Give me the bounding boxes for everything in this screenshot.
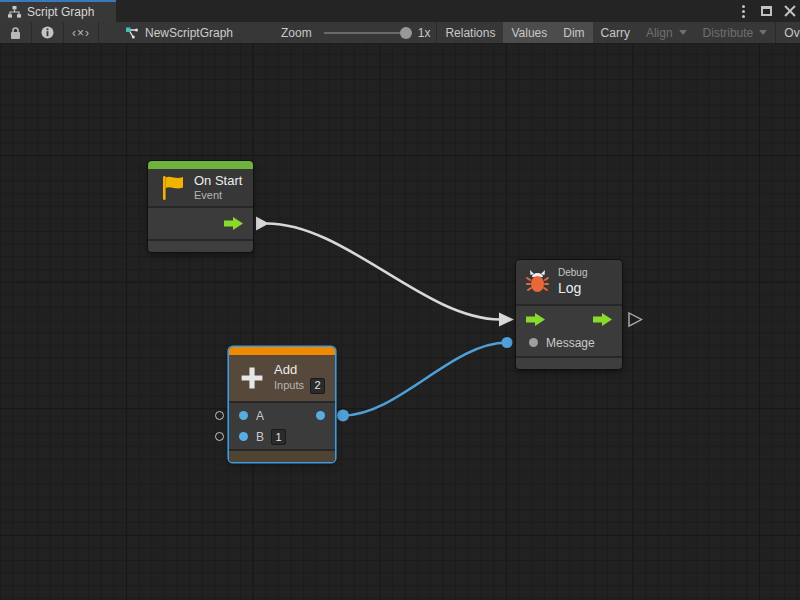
node-title: Add (274, 362, 325, 378)
node-footer (516, 358, 622, 369)
port-a-label: A (256, 409, 264, 423)
lock-button[interactable] (0, 22, 31, 44)
port-b-label: B (256, 430, 264, 444)
value-port-a[interactable] (239, 411, 248, 420)
chevron-down-icon (759, 30, 767, 35)
flow-output-port[interactable] (224, 217, 243, 230)
zoom-label: Zoom (281, 26, 312, 40)
lock-icon (9, 26, 22, 40)
wire-start-arrow-icon (256, 217, 269, 231)
event-accent-bar (148, 161, 253, 169)
graph-asset-icon (125, 26, 139, 40)
b-value-field[interactable]: 1 (271, 429, 286, 445)
dim-button[interactable]: Dim (555, 22, 592, 44)
wire-add-to-message[interactable] (343, 343, 507, 416)
tab-script-graph[interactable]: Script Graph (0, 0, 116, 22)
wires-layer (0, 44, 800, 600)
plus-icon (239, 363, 265, 393)
align-dropdown[interactable]: Align (638, 22, 695, 44)
node-title: Log (558, 280, 587, 298)
maximize-icon[interactable] (761, 6, 772, 16)
ghost-port-indicator (215, 432, 224, 441)
node-subtitle: Event (194, 189, 242, 203)
node-debug-log[interactable]: Debug Log Message (516, 260, 622, 369)
node-surtitle: Debug (558, 267, 587, 280)
node-subtitle: Inputs (274, 379, 304, 393)
wire-onstart-to-log[interactable] (267, 224, 500, 320)
info-button[interactable] (32, 22, 63, 44)
message-port-label: Message (546, 336, 595, 350)
node-title: On Start (194, 173, 242, 189)
graph-canvas[interactable]: On Start Event (0, 44, 800, 600)
flow-output-port[interactable] (593, 313, 612, 326)
value-port-sum[interactable] (316, 411, 325, 420)
script-graph-window: Script Graph ‹×› (0, 0, 800, 600)
relations-button[interactable]: Relations (437, 22, 503, 44)
close-icon[interactable] (784, 5, 796, 17)
node-on-start[interactable]: On Start Event (148, 161, 253, 252)
value-port-b[interactable] (239, 432, 248, 441)
wire-blue-end-dot (502, 337, 513, 348)
zoom-control: Zoom 1x (281, 26, 430, 40)
title-bar: Script Graph (0, 0, 800, 22)
ghost-port-indicator (215, 411, 224, 420)
script-graph-icon (8, 6, 21, 18)
chevron-down-icon (679, 30, 687, 35)
flag-icon (158, 174, 185, 202)
zoom-value: 1x (418, 26, 431, 40)
graph-asset-name: NewScriptGraph (145, 26, 233, 40)
carry-button[interactable]: Carry (593, 22, 638, 44)
distribute-dropdown[interactable]: Distribute (695, 22, 776, 44)
zoom-slider-handle[interactable] (400, 27, 412, 39)
kebab-menu-icon[interactable] (738, 3, 749, 20)
zoom-slider[interactable] (324, 32, 410, 34)
message-value-port[interactable] (529, 338, 538, 347)
flow-input-port[interactable] (526, 313, 545, 326)
bug-icon (526, 270, 549, 294)
values-button[interactable]: Values (503, 22, 555, 44)
graph-toolbar: ‹×› NewScriptGraph Zoom 1x Relations Val… (0, 22, 800, 44)
info-icon (41, 26, 54, 39)
tab-title: Script Graph (27, 5, 94, 19)
add-accent-bar (229, 347, 335, 355)
code-icon: ‹×› (72, 26, 90, 40)
overview-button[interactable]: Overview (776, 22, 800, 44)
wire-blue-start-dot (337, 410, 349, 422)
wire-end-arrow-icon (499, 313, 514, 327)
node-add[interactable]: Add Inputs 2 A (229, 347, 335, 462)
code-view-button[interactable]: ‹×› (64, 22, 98, 44)
unconnected-flow-triangle-icon (629, 313, 642, 326)
graph-asset-label[interactable]: NewScriptGraph (125, 26, 233, 40)
node-footer (229, 451, 335, 462)
node-footer (148, 241, 253, 252)
inputs-count-badge[interactable]: 2 (310, 378, 325, 394)
